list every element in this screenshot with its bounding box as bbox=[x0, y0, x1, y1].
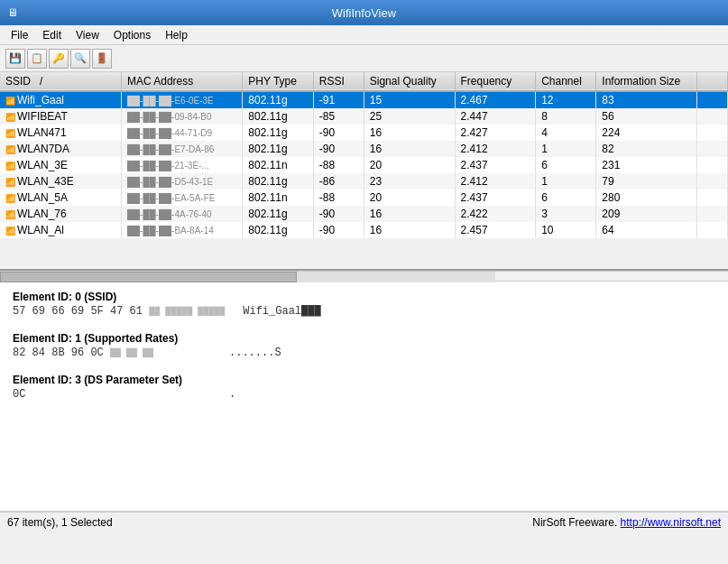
cell-rssi: -91 bbox=[313, 91, 364, 108]
cell-freq: 2.447 bbox=[455, 108, 536, 125]
cell-infosize: 280 bbox=[596, 190, 697, 206]
col-header-phy[interactable]: PHY Type bbox=[243, 72, 313, 91]
cell-extra bbox=[697, 108, 728, 125]
signal-strength-icon: 📶 bbox=[5, 113, 15, 122]
cell-infosize: 224 bbox=[596, 125, 697, 141]
cell-phy: 802.11n bbox=[243, 190, 313, 206]
cell-channel: 6 bbox=[536, 190, 596, 206]
cell-channel: 10 bbox=[536, 222, 596, 238]
cell-phy: 802.11g bbox=[243, 173, 313, 190]
cell-signal: 15 bbox=[364, 91, 455, 108]
col-header-freq[interactable]: Frequency bbox=[455, 72, 536, 91]
cell-freq: 2.412 bbox=[455, 173, 536, 190]
cell-freq: 2.457 bbox=[455, 222, 536, 238]
menu-help[interactable]: Help bbox=[158, 27, 195, 43]
menu-view[interactable]: View bbox=[69, 27, 106, 43]
cell-infosize: 83 bbox=[596, 91, 697, 108]
detail-hex: 0C bbox=[13, 388, 211, 401]
cell-signal: 25 bbox=[364, 108, 455, 125]
cell-ssid: 📶Wifi_Gaal bbox=[0, 91, 121, 108]
signal-strength-icon: 📶 bbox=[5, 194, 15, 203]
signal-strength-icon: 📶 bbox=[5, 227, 15, 236]
col-header-infosize[interactable]: Information Size bbox=[596, 72, 697, 91]
cell-signal: 16 bbox=[364, 141, 455, 157]
save-button[interactable]: 💾 bbox=[5, 49, 25, 69]
item-count: 67 item(s), 1 Selected bbox=[7, 516, 113, 529]
cell-channel: 6 bbox=[536, 157, 596, 173]
cell-phy: 802.11g bbox=[243, 141, 313, 157]
table-row[interactable]: 📶WLAN_Al ██-██-██-BA-8A-14 802.11g -90 1… bbox=[0, 222, 728, 238]
cell-phy: 802.11g bbox=[243, 206, 313, 222]
search-button[interactable]: 🔍 bbox=[70, 49, 90, 69]
cell-infosize: 79 bbox=[596, 173, 697, 190]
cell-rssi: -90 bbox=[313, 222, 364, 238]
cell-channel: 8 bbox=[536, 108, 596, 125]
properties-button[interactable]: 🔑 bbox=[49, 49, 69, 69]
cell-phy: 802.11g bbox=[243, 125, 313, 141]
cell-extra bbox=[697, 157, 728, 173]
menu-options[interactable]: Options bbox=[106, 27, 158, 43]
cell-freq: 2.412 bbox=[455, 141, 536, 157]
cell-channel: 1 bbox=[536, 173, 596, 190]
table-row[interactable]: 📶Wifi_Gaal ██-██-██-E6-0E-3E 802.11g -91… bbox=[0, 91, 728, 108]
table-row[interactable]: 📶WLAN_5A ██-██-██-EA-5A-FE 802.11n -88 2… bbox=[0, 190, 728, 206]
cell-mac: ██-██-██-E7-DA-86 bbox=[121, 141, 242, 157]
table-row[interactable]: 📶WIFIBEAT ██-██-██-09-84-B0 802.11g -85 … bbox=[0, 108, 728, 125]
menu-edit[interactable]: Edit bbox=[35, 27, 69, 43]
detail-hex: 82 84 8B 96 0C ██ ██ ██ bbox=[13, 347, 211, 359]
detail-element-header: Element ID: 1 (Supported Rates) bbox=[13, 332, 715, 345]
cell-phy: 802.11g bbox=[243, 108, 313, 125]
credit-text: NirSoft Freeware. http://www.nirsoft.net bbox=[532, 516, 721, 529]
cell-channel: 1 bbox=[536, 141, 596, 157]
col-header-extra bbox=[697, 72, 728, 91]
exit-button[interactable]: 🚪 bbox=[92, 49, 112, 69]
hscrollbar[interactable] bbox=[0, 271, 728, 282]
cell-phy: 802.11g bbox=[243, 222, 313, 238]
detail-hex: 57 69 66 69 5F 47 61 ██ █████ █████ bbox=[13, 305, 225, 318]
cell-freq: 2.467 bbox=[455, 91, 536, 108]
detail-value: Wifi_Gaal███ bbox=[243, 305, 320, 318]
cell-freq: 2.437 bbox=[455, 157, 536, 173]
cell-infosize: 82 bbox=[596, 141, 697, 157]
cell-phy: 802.11g bbox=[243, 91, 313, 108]
cell-channel: 12 bbox=[536, 91, 596, 108]
status-bar: 67 item(s), 1 Selected NirSoft Freeware.… bbox=[0, 512, 728, 532]
col-header-signal[interactable]: Signal Quality bbox=[364, 72, 455, 91]
cell-rssi: -90 bbox=[313, 206, 364, 222]
table-row[interactable]: 📶WLAN_43E ██-██-██-D5-43-1E 802.11g -86 … bbox=[0, 173, 728, 190]
table-row[interactable]: 📶WLAN_76 ██-██-██-4A-76-40 802.11g -90 1… bbox=[0, 206, 728, 222]
title-bar: 🖥 WifiInfoView bbox=[0, 0, 728, 25]
cell-extra bbox=[697, 222, 728, 238]
cell-mac: ██-██-██-09-84-B0 bbox=[121, 108, 242, 125]
col-header-rssi[interactable]: RSSI bbox=[313, 72, 364, 91]
menu-file[interactable]: File bbox=[4, 27, 35, 43]
cell-mac: ██-██-██-D5-43-1E bbox=[121, 173, 242, 190]
cell-phy: 802.11n bbox=[243, 157, 313, 173]
col-header-ssid[interactable]: SSID / bbox=[0, 72, 121, 91]
table-row[interactable]: 📶WLAN471 ██-██-██-44-71-D9 802.11g -90 1… bbox=[0, 125, 728, 141]
detail-element: Element ID: 0 (SSID) 57 69 66 69 5F 47 6… bbox=[13, 291, 715, 318]
cell-signal: 23 bbox=[364, 173, 455, 190]
toolbar: 💾 📋 🔑 🔍 🚪 bbox=[0, 45, 728, 72]
cell-signal: 16 bbox=[364, 206, 455, 222]
cell-channel: 4 bbox=[536, 125, 596, 141]
copy-button[interactable]: 📋 bbox=[27, 49, 47, 69]
signal-strength-icon: 📶 bbox=[5, 145, 15, 154]
detail-panel: Element ID: 0 (SSID) 57 69 66 69 5F 47 6… bbox=[0, 282, 728, 512]
cell-ssid: 📶WLAN471 bbox=[0, 125, 121, 141]
table-container[interactable]: SSID / MAC Address PHY Type RSSI Signal … bbox=[0, 72, 728, 271]
table-row[interactable]: 📶WLAN_3E ██-██-██-21-3E-... 802.11n -88 … bbox=[0, 157, 728, 173]
col-header-mac[interactable]: MAC Address bbox=[121, 72, 242, 91]
cell-rssi: -90 bbox=[313, 141, 364, 157]
signal-strength-icon: 📶 bbox=[5, 162, 15, 171]
table-row[interactable]: 📶WLAN7DA ██-██-██-E7-DA-86 802.11g -90 1… bbox=[0, 141, 728, 157]
cell-signal: 20 bbox=[364, 190, 455, 206]
signal-strength-icon: 📶 bbox=[5, 210, 15, 219]
cell-ssid: 📶WLAN_76 bbox=[0, 206, 121, 222]
cell-rssi: -88 bbox=[313, 190, 364, 206]
app-title: WifiInfoView bbox=[332, 6, 396, 20]
nirsoft-link[interactable]: http://www.nirsoft.net bbox=[621, 516, 721, 529]
col-header-channel[interactable]: Channel bbox=[536, 72, 596, 91]
cell-mac: ██-██-██-21-3E-... bbox=[121, 157, 242, 173]
signal-strength-icon: 📶 bbox=[5, 178, 15, 187]
